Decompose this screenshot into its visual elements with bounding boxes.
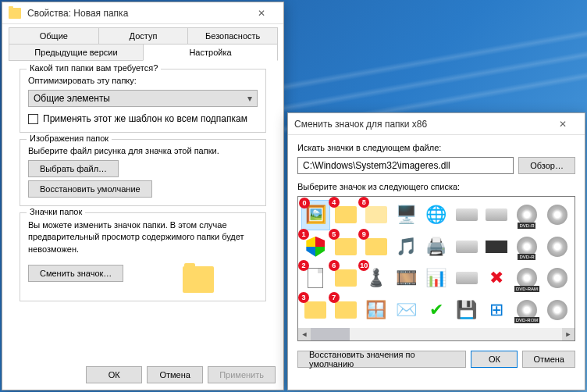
cancel-button[interactable]: Отмена bbox=[147, 366, 203, 383]
folder-user-icon bbox=[335, 301, 357, 319]
music-icon: 🎵 bbox=[394, 235, 418, 258]
globe-icon: 🌐 bbox=[425, 203, 448, 226]
icon-item[interactable] bbox=[452, 263, 481, 294]
folder-open-icon bbox=[365, 206, 387, 223]
check-icon: ✔ bbox=[425, 298, 448, 322]
path-input[interactable] bbox=[297, 157, 514, 174]
icon-item[interactable]: 0🖼️ bbox=[301, 200, 330, 230]
tab-content: Какой тип папки вам требуется? Оптимизир… bbox=[9, 60, 277, 315]
scroll-thumb[interactable] bbox=[311, 328, 350, 340]
search-label: Искать значки в следующем файле: bbox=[297, 143, 575, 152]
icon-item[interactable]: 💾 bbox=[452, 295, 481, 326]
folder-icons-desc: Вы можете изменить значок папки. В этом … bbox=[28, 219, 258, 255]
chess-icon: ♟️ bbox=[365, 266, 388, 290]
apply-button[interactable]: Применить bbox=[208, 366, 276, 383]
icon-close-button[interactable]: ✕ bbox=[547, 113, 578, 135]
icon-item[interactable]: ⊞ bbox=[482, 295, 511, 326]
icon-item[interactable]: ✉️ bbox=[392, 295, 421, 326]
scroll-right-button[interactable]: ► bbox=[562, 328, 575, 340]
display-icon: 🖥️ bbox=[394, 203, 418, 226]
folder-type-legend: Какой тип папки вам требуется? bbox=[27, 63, 161, 73]
icon-item[interactable]: 🪟 bbox=[361, 295, 390, 326]
folder-images-desc: Выберите файл рисунка для значка этой па… bbox=[28, 146, 258, 155]
properties-window: Свойства: Новая папка ✕ Общие Доступ Без… bbox=[2, 2, 284, 390]
icon-item[interactable] bbox=[543, 295, 571, 326]
icon-item[interactable]: 🎵 bbox=[392, 232, 421, 262]
scroll-track[interactable] bbox=[311, 328, 562, 340]
titlebar[interactable]: Свойства: Новая папка ✕ bbox=[2, 2, 283, 24]
icon-item[interactable]: 10♟️ bbox=[361, 263, 390, 294]
icon-item[interactable]: 1 bbox=[301, 232, 330, 262]
icon-item[interactable]: 4 bbox=[332, 200, 361, 230]
apply-template-label: Применять этот же шаблон ко всем подпапк… bbox=[43, 113, 247, 124]
chip-icon bbox=[486, 241, 507, 253]
delete-icon: ✖ bbox=[485, 266, 508, 290]
folder-search-icon bbox=[365, 238, 387, 255]
folder-icon bbox=[335, 206, 357, 223]
tab-previous-versions[interactable]: Предыдущие версии bbox=[9, 44, 144, 60]
close-button[interactable]: ✕ bbox=[246, 2, 277, 24]
dialog-buttons: ОК Отмена Применить bbox=[86, 366, 276, 383]
ok-button[interactable]: ОК bbox=[86, 366, 142, 383]
disc-icon bbox=[547, 300, 567, 320]
folder-icons-fieldset: Значки папок Вы можете изменить значок п… bbox=[20, 212, 266, 301]
icon-item[interactable]: ✖ bbox=[482, 263, 511, 294]
icon-item[interactable]: 6 bbox=[332, 263, 361, 294]
icon-item[interactable] bbox=[452, 232, 481, 262]
windows-icon: ⊞ bbox=[485, 298, 508, 322]
folder-images-fieldset: Изображения папок Выберите файл рисунка … bbox=[20, 139, 266, 206]
mail-icon: ✉️ bbox=[394, 298, 418, 322]
select-file-button[interactable]: Выбрать файл… bbox=[28, 160, 119, 177]
icon-item[interactable]: 2 bbox=[301, 263, 330, 294]
icon-item[interactable] bbox=[482, 232, 511, 262]
icon-item[interactable] bbox=[543, 232, 571, 262]
restore-default-button[interactable]: Восстановить умолчание bbox=[28, 180, 152, 198]
icon-item[interactable]: DVD-R bbox=[513, 232, 542, 262]
film-icon: 🎞️ bbox=[394, 266, 418, 290]
drive-icon bbox=[456, 272, 478, 284]
icon-item[interactable]: 🌐 bbox=[422, 200, 451, 230]
drive-icon bbox=[456, 208, 478, 221]
icon-item[interactable]: 📊 bbox=[422, 263, 451, 294]
tab-customize[interactable]: Настройка bbox=[143, 44, 278, 61]
icon-item[interactable] bbox=[543, 200, 571, 230]
window-icon: 🪟 bbox=[365, 298, 388, 322]
horizontal-scrollbar[interactable]: ◄ ► bbox=[298, 328, 575, 340]
icon-item[interactable]: 3 bbox=[301, 295, 330, 326]
icon-item[interactable]: 🖨️ bbox=[422, 232, 451, 262]
icon-item[interactable]: ✔ bbox=[422, 295, 451, 326]
folder-type-fieldset: Какой тип папки вам требуется? Оптимизир… bbox=[20, 69, 266, 133]
icon-item[interactable]: 8 bbox=[361, 200, 390, 230]
icon-item[interactable]: 5 bbox=[332, 232, 361, 262]
tab-general[interactable]: Общие bbox=[9, 27, 99, 44]
icon-item[interactable] bbox=[482, 200, 511, 230]
combobox-value: Общие элементы bbox=[34, 93, 110, 104]
icon-window-title: Сменить значок для папки x86 bbox=[294, 119, 547, 130]
icon-item[interactable] bbox=[452, 200, 481, 230]
change-icon-window: Сменить значок для папки x86 ✕ Искать зн… bbox=[287, 112, 585, 390]
icon-grid: 0🖼️ 4 8 🖥️ 🌐 DVD-R 1 5 9 🎵 🖨️ DVD-R bbox=[297, 196, 575, 341]
browse-button[interactable]: Обзор… bbox=[518, 157, 575, 174]
restore-defaults-button[interactable]: Восстановить значения по умолчанию bbox=[297, 351, 466, 368]
icon-cancel-button[interactable]: Отмена bbox=[522, 351, 575, 368]
icon-item[interactable]: 🖥️ bbox=[392, 200, 421, 230]
icon-item[interactable]: DVD-ROM bbox=[513, 295, 542, 326]
icon-item[interactable]: 🎞️ bbox=[392, 263, 421, 294]
icon-item[interactable]: DVD-RAM bbox=[513, 263, 542, 294]
icon-item[interactable] bbox=[543, 263, 571, 294]
folder-images-legend: Изображения папок bbox=[27, 134, 112, 143]
change-icon-button[interactable]: Сменить значок… bbox=[28, 265, 123, 282]
document-icon bbox=[308, 268, 323, 288]
apply-template-checkbox[interactable] bbox=[28, 114, 38, 124]
folder-icon bbox=[304, 301, 326, 319]
scroll-left-button[interactable]: ◄ bbox=[298, 328, 311, 340]
chart-icon: 📊 bbox=[425, 266, 448, 290]
icon-titlebar[interactable]: Сменить значок для папки x86 ✕ bbox=[288, 113, 585, 135]
icon-item[interactable]: 7 bbox=[332, 295, 361, 326]
icon-item[interactable]: DVD-R bbox=[513, 200, 542, 230]
icon-ok-button[interactable]: ОК bbox=[471, 351, 518, 368]
tab-security[interactable]: Безопасность bbox=[187, 27, 278, 44]
tab-access[interactable]: Доступ bbox=[98, 27, 189, 44]
icon-item[interactable]: 9 bbox=[361, 232, 390, 262]
optimize-combobox[interactable]: Общие элементы bbox=[28, 90, 258, 107]
